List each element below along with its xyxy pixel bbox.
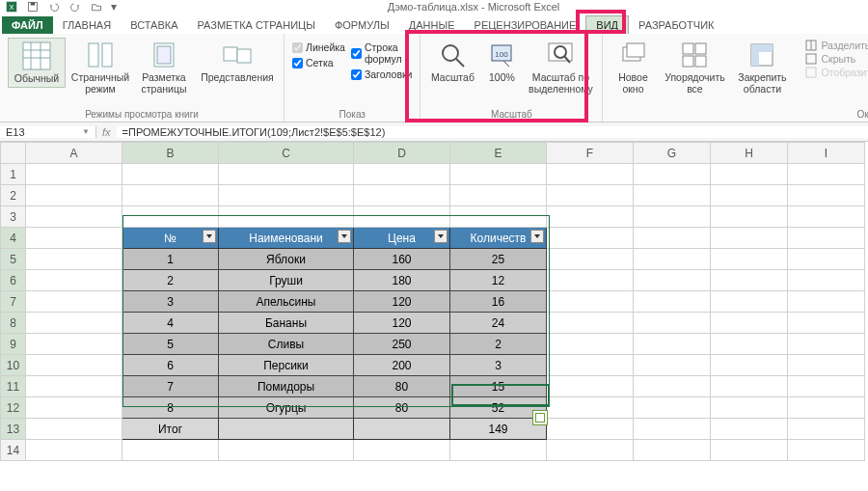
formula-input[interactable]: =ПРОМЕЖУТОЧНЫЕ.ИТОГИ(109;Лист2!$E$5:$E$1… bbox=[117, 126, 868, 138]
cell[interactable] bbox=[547, 355, 634, 376]
cell[interactable] bbox=[219, 206, 354, 228]
cell[interactable] bbox=[450, 164, 547, 185]
cell[interactable] bbox=[634, 334, 711, 355]
row-header-14[interactable]: 14 bbox=[1, 440, 26, 461]
cell[interactable] bbox=[547, 228, 634, 249]
cell[interactable] bbox=[788, 228, 865, 249]
normal-view-button[interactable]: Обычный bbox=[8, 38, 66, 88]
split-button[interactable]: Разделить bbox=[805, 40, 868, 51]
table-cell-name[interactable]: Персики bbox=[219, 355, 354, 376]
table-header-n[interactable]: № bbox=[122, 228, 219, 249]
col-header-G[interactable]: G bbox=[634, 143, 711, 164]
cell[interactable] bbox=[26, 397, 122, 419]
col-header-E[interactable]: E bbox=[450, 143, 547, 164]
cell[interactable] bbox=[26, 291, 122, 313]
cell[interactable] bbox=[547, 419, 634, 440]
table-cell-price[interactable]: 80 bbox=[354, 376, 450, 397]
cell[interactable] bbox=[26, 185, 122, 206]
row-header-7[interactable]: 7 bbox=[1, 291, 26, 313]
open-icon[interactable] bbox=[89, 0, 104, 14]
cell[interactable] bbox=[122, 164, 219, 185]
col-header-D[interactable]: D bbox=[354, 143, 450, 164]
table-cell-price[interactable]: 160 bbox=[354, 249, 450, 270]
table-cell-n[interactable]: 6 bbox=[122, 355, 219, 376]
cell[interactable] bbox=[450, 206, 547, 228]
cell[interactable] bbox=[122, 185, 219, 206]
cell[interactable] bbox=[26, 440, 122, 461]
table-cell-n[interactable]: 8 bbox=[122, 397, 219, 419]
qat-dropdown-icon[interactable]: ▾ bbox=[110, 0, 118, 14]
cell[interactable] bbox=[26, 355, 122, 376]
total-empty[interactable] bbox=[354, 419, 450, 440]
row-header-10[interactable]: 10 bbox=[1, 355, 26, 376]
cell[interactable] bbox=[634, 355, 711, 376]
cell[interactable] bbox=[711, 291, 788, 313]
cell[interactable] bbox=[711, 164, 788, 185]
table-cell-price[interactable]: 120 bbox=[354, 313, 450, 334]
cell[interactable] bbox=[354, 164, 450, 185]
pagelayout-view-button[interactable]: Разметка страницы bbox=[135, 38, 193, 96]
cell[interactable] bbox=[547, 440, 634, 461]
cell[interactable] bbox=[634, 164, 711, 185]
filter-icon[interactable] bbox=[434, 230, 448, 243]
zoom-selection-button[interactable]: Масштаб по выделенному bbox=[527, 38, 594, 96]
table-cell-price[interactable]: 80 bbox=[354, 397, 450, 419]
cell[interactable] bbox=[788, 376, 865, 397]
cell[interactable] bbox=[26, 313, 122, 334]
total-empty[interactable] bbox=[219, 419, 354, 440]
cell[interactable] bbox=[788, 164, 865, 185]
cell[interactable] bbox=[634, 397, 711, 419]
cell[interactable] bbox=[547, 206, 634, 228]
formulabar-checkbox[interactable]: Строка формул bbox=[351, 41, 413, 65]
cell[interactable] bbox=[26, 249, 122, 270]
col-header-B[interactable]: B bbox=[122, 143, 219, 164]
cell[interactable] bbox=[711, 313, 788, 334]
col-header-H[interactable]: H bbox=[711, 143, 788, 164]
table-header-name[interactable]: Наименовани bbox=[219, 228, 354, 249]
cell[interactable] bbox=[711, 376, 788, 397]
cell[interactable] bbox=[788, 313, 865, 334]
ruler-checkbox[interactable]: Линейка bbox=[292, 41, 345, 53]
freeze-panes-button[interactable]: Закрепить области bbox=[734, 38, 790, 96]
table-cell-price[interactable]: 250 bbox=[354, 334, 450, 355]
hide-button[interactable]: Скрыть bbox=[805, 53, 868, 65]
tab-insert[interactable]: ВСТАВКА bbox=[121, 16, 187, 34]
cell[interactable] bbox=[634, 206, 711, 228]
cell[interactable] bbox=[122, 206, 219, 228]
cell[interactable] bbox=[711, 270, 788, 291]
cell[interactable] bbox=[354, 440, 450, 461]
cell[interactable] bbox=[26, 419, 122, 440]
cell[interactable] bbox=[711, 249, 788, 270]
table-cell-n[interactable]: 2 bbox=[122, 270, 219, 291]
table-cell-name[interactable]: Огурцы bbox=[219, 397, 354, 419]
cell[interactable] bbox=[788, 185, 865, 206]
cell[interactable] bbox=[634, 249, 711, 270]
cell[interactable] bbox=[354, 185, 450, 206]
save-icon[interactable] bbox=[25, 0, 41, 14]
table-cell-name[interactable]: Помидоры bbox=[219, 376, 354, 397]
table-cell-qty[interactable]: 24 bbox=[450, 313, 547, 334]
col-header-A[interactable]: A bbox=[26, 143, 122, 164]
col-header-F[interactable]: F bbox=[547, 143, 634, 164]
cell[interactable] bbox=[547, 164, 634, 185]
table-cell-n[interactable]: 4 bbox=[122, 313, 219, 334]
cell[interactable] bbox=[634, 376, 711, 397]
arrange-all-button[interactable]: Упорядочить все bbox=[661, 38, 728, 96]
name-box-dropdown-icon[interactable]: ▼ bbox=[82, 127, 90, 136]
cell[interactable] bbox=[788, 206, 865, 228]
cell[interactable] bbox=[547, 185, 634, 206]
cell[interactable] bbox=[547, 249, 634, 270]
cell[interactable] bbox=[219, 440, 354, 461]
fx-icon[interactable]: fx bbox=[102, 126, 111, 138]
spreadsheet-grid[interactable]: ABCDEFGHI1234№НаименованиЦенаКоличеств51… bbox=[0, 142, 868, 485]
row-header-3[interactable]: 3 bbox=[1, 206, 26, 228]
cell[interactable] bbox=[788, 397, 865, 419]
table-cell-qty[interactable]: 3 bbox=[450, 355, 547, 376]
cell[interactable] bbox=[450, 440, 547, 461]
tab-data[interactable]: ДАННЫЕ bbox=[399, 16, 465, 34]
cell[interactable] bbox=[219, 164, 354, 185]
custom-views-button[interactable]: Представления bbox=[199, 38, 276, 86]
new-window-button[interactable]: Новое окно bbox=[610, 38, 655, 96]
cell[interactable] bbox=[711, 419, 788, 440]
row-header-12[interactable]: 12 bbox=[1, 397, 26, 419]
